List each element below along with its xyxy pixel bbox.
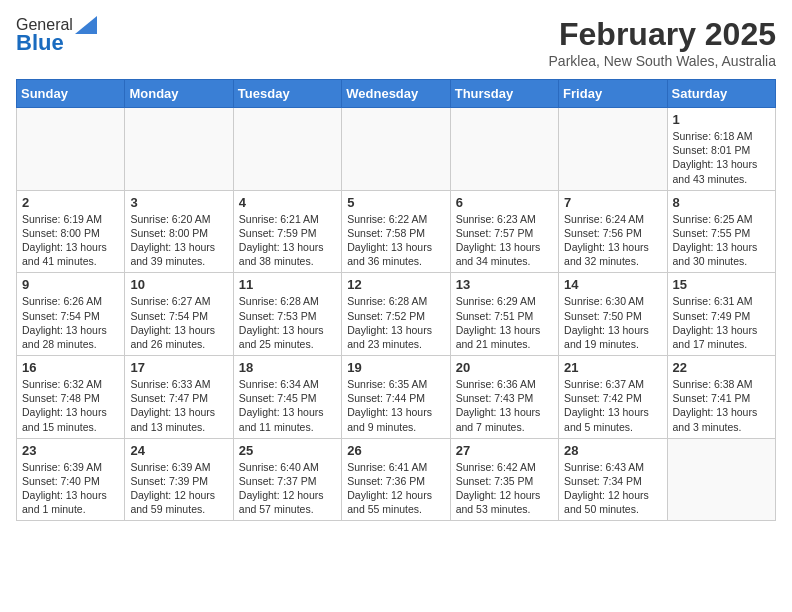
calendar-cell-week4-day6: 21Sunrise: 6:37 AM Sunset: 7:42 PM Dayli… <box>559 356 667 439</box>
day-number: 20 <box>456 360 553 375</box>
calendar-cell-week2-day7: 8Sunrise: 6:25 AM Sunset: 7:55 PM Daylig… <box>667 190 775 273</box>
calendar-cell-week3-day7: 15Sunrise: 6:31 AM Sunset: 7:49 PM Dayli… <box>667 273 775 356</box>
calendar-cell-week3-day1: 9Sunrise: 6:26 AM Sunset: 7:54 PM Daylig… <box>17 273 125 356</box>
calendar-cell-week4-day4: 19Sunrise: 6:35 AM Sunset: 7:44 PM Dayli… <box>342 356 450 439</box>
day-number: 15 <box>673 277 770 292</box>
day-info: Sunrise: 6:37 AM Sunset: 7:42 PM Dayligh… <box>564 377 661 434</box>
day-number: 1 <box>673 112 770 127</box>
day-number: 14 <box>564 277 661 292</box>
calendar-cell-week1-day6 <box>559 108 667 191</box>
calendar-cell-week2-day2: 3Sunrise: 6:20 AM Sunset: 8:00 PM Daylig… <box>125 190 233 273</box>
logo-blue-text: Blue <box>16 30 64 56</box>
day-info: Sunrise: 6:34 AM Sunset: 7:45 PM Dayligh… <box>239 377 336 434</box>
day-info: Sunrise: 6:43 AM Sunset: 7:34 PM Dayligh… <box>564 460 661 517</box>
location: Parklea, New South Wales, Australia <box>549 53 776 69</box>
day-info: Sunrise: 6:32 AM Sunset: 7:48 PM Dayligh… <box>22 377 119 434</box>
calendar-week-row-5: 23Sunrise: 6:39 AM Sunset: 7:40 PM Dayli… <box>17 438 776 521</box>
calendar-cell-week3-day2: 10Sunrise: 6:27 AM Sunset: 7:54 PM Dayli… <box>125 273 233 356</box>
day-number: 12 <box>347 277 444 292</box>
day-info: Sunrise: 6:27 AM Sunset: 7:54 PM Dayligh… <box>130 294 227 351</box>
day-number: 13 <box>456 277 553 292</box>
calendar-cell-week4-day2: 17Sunrise: 6:33 AM Sunset: 7:47 PM Dayli… <box>125 356 233 439</box>
calendar-header-tuesday: Tuesday <box>233 80 341 108</box>
day-info: Sunrise: 6:40 AM Sunset: 7:37 PM Dayligh… <box>239 460 336 517</box>
calendar-header-saturday: Saturday <box>667 80 775 108</box>
calendar-cell-week4-day1: 16Sunrise: 6:32 AM Sunset: 7:48 PM Dayli… <box>17 356 125 439</box>
calendar-cell-week2-day3: 4Sunrise: 6:21 AM Sunset: 7:59 PM Daylig… <box>233 190 341 273</box>
calendar-cell-week3-day5: 13Sunrise: 6:29 AM Sunset: 7:51 PM Dayli… <box>450 273 558 356</box>
day-info: Sunrise: 6:38 AM Sunset: 7:41 PM Dayligh… <box>673 377 770 434</box>
calendar-cell-week3-day4: 12Sunrise: 6:28 AM Sunset: 7:52 PM Dayli… <box>342 273 450 356</box>
calendar-cell-week2-day4: 5Sunrise: 6:22 AM Sunset: 7:58 PM Daylig… <box>342 190 450 273</box>
day-info: Sunrise: 6:35 AM Sunset: 7:44 PM Dayligh… <box>347 377 444 434</box>
day-number: 8 <box>673 195 770 210</box>
day-info: Sunrise: 6:42 AM Sunset: 7:35 PM Dayligh… <box>456 460 553 517</box>
calendar-cell-week5-day3: 25Sunrise: 6:40 AM Sunset: 7:37 PM Dayli… <box>233 438 341 521</box>
calendar-cell-week4-day3: 18Sunrise: 6:34 AM Sunset: 7:45 PM Dayli… <box>233 356 341 439</box>
day-info: Sunrise: 6:33 AM Sunset: 7:47 PM Dayligh… <box>130 377 227 434</box>
day-info: Sunrise: 6:28 AM Sunset: 7:52 PM Dayligh… <box>347 294 444 351</box>
day-number: 3 <box>130 195 227 210</box>
day-info: Sunrise: 6:19 AM Sunset: 8:00 PM Dayligh… <box>22 212 119 269</box>
day-number: 9 <box>22 277 119 292</box>
day-number: 25 <box>239 443 336 458</box>
calendar-cell-week5-day4: 26Sunrise: 6:41 AM Sunset: 7:36 PM Dayli… <box>342 438 450 521</box>
calendar-week-row-1: 1Sunrise: 6:18 AM Sunset: 8:01 PM Daylig… <box>17 108 776 191</box>
calendar-cell-week5-day2: 24Sunrise: 6:39 AM Sunset: 7:39 PM Dayli… <box>125 438 233 521</box>
month-year: February 2025 <box>549 16 776 53</box>
calendar-header-row: SundayMondayTuesdayWednesdayThursdayFrid… <box>17 80 776 108</box>
day-info: Sunrise: 6:39 AM Sunset: 7:39 PM Dayligh… <box>130 460 227 517</box>
calendar-cell-week3-day3: 11Sunrise: 6:28 AM Sunset: 7:53 PM Dayli… <box>233 273 341 356</box>
day-number: 18 <box>239 360 336 375</box>
day-info: Sunrise: 6:23 AM Sunset: 7:57 PM Dayligh… <box>456 212 553 269</box>
calendar-cell-week5-day5: 27Sunrise: 6:42 AM Sunset: 7:35 PM Dayli… <box>450 438 558 521</box>
day-info: Sunrise: 6:31 AM Sunset: 7:49 PM Dayligh… <box>673 294 770 351</box>
day-number: 5 <box>347 195 444 210</box>
day-number: 16 <box>22 360 119 375</box>
logo-icon <box>75 16 97 34</box>
calendar-cell-week4-day7: 22Sunrise: 6:38 AM Sunset: 7:41 PM Dayli… <box>667 356 775 439</box>
calendar-header-friday: Friday <box>559 80 667 108</box>
calendar-cell-week1-day3 <box>233 108 341 191</box>
calendar-cell-week5-day1: 23Sunrise: 6:39 AM Sunset: 7:40 PM Dayli… <box>17 438 125 521</box>
calendar-cell-week3-day6: 14Sunrise: 6:30 AM Sunset: 7:50 PM Dayli… <box>559 273 667 356</box>
day-number: 11 <box>239 277 336 292</box>
day-number: 23 <box>22 443 119 458</box>
calendar-cell-week1-day5 <box>450 108 558 191</box>
day-number: 24 <box>130 443 227 458</box>
day-number: 19 <box>347 360 444 375</box>
day-info: Sunrise: 6:29 AM Sunset: 7:51 PM Dayligh… <box>456 294 553 351</box>
day-number: 7 <box>564 195 661 210</box>
day-info: Sunrise: 6:18 AM Sunset: 8:01 PM Dayligh… <box>673 129 770 186</box>
calendar-header-monday: Monday <box>125 80 233 108</box>
svg-marker-0 <box>75 16 97 34</box>
calendar-cell-week5-day7 <box>667 438 775 521</box>
day-info: Sunrise: 6:36 AM Sunset: 7:43 PM Dayligh… <box>456 377 553 434</box>
day-info: Sunrise: 6:28 AM Sunset: 7:53 PM Dayligh… <box>239 294 336 351</box>
calendar-header-wednesday: Wednesday <box>342 80 450 108</box>
day-info: Sunrise: 6:25 AM Sunset: 7:55 PM Dayligh… <box>673 212 770 269</box>
day-number: 17 <box>130 360 227 375</box>
day-info: Sunrise: 6:21 AM Sunset: 7:59 PM Dayligh… <box>239 212 336 269</box>
day-number: 2 <box>22 195 119 210</box>
day-info: Sunrise: 6:30 AM Sunset: 7:50 PM Dayligh… <box>564 294 661 351</box>
calendar-cell-week1-day4 <box>342 108 450 191</box>
day-number: 22 <box>673 360 770 375</box>
day-number: 4 <box>239 195 336 210</box>
logo: General Blue <box>16 16 97 56</box>
calendar-week-row-2: 2Sunrise: 6:19 AM Sunset: 8:00 PM Daylig… <box>17 190 776 273</box>
calendar-header-thursday: Thursday <box>450 80 558 108</box>
calendar-cell-week2-day6: 7Sunrise: 6:24 AM Sunset: 7:56 PM Daylig… <box>559 190 667 273</box>
day-info: Sunrise: 6:22 AM Sunset: 7:58 PM Dayligh… <box>347 212 444 269</box>
day-number: 21 <box>564 360 661 375</box>
day-number: 28 <box>564 443 661 458</box>
title-block: February 2025 Parklea, New South Wales, … <box>549 16 776 69</box>
calendar-cell-week1-day2 <box>125 108 233 191</box>
day-number: 27 <box>456 443 553 458</box>
calendar-table: SundayMondayTuesdayWednesdayThursdayFrid… <box>16 79 776 521</box>
page-header: General Blue February 2025 Parklea, New … <box>16 16 776 69</box>
calendar-header-sunday: Sunday <box>17 80 125 108</box>
calendar-cell-week4-day5: 20Sunrise: 6:36 AM Sunset: 7:43 PM Dayli… <box>450 356 558 439</box>
day-info: Sunrise: 6:20 AM Sunset: 8:00 PM Dayligh… <box>130 212 227 269</box>
day-info: Sunrise: 6:41 AM Sunset: 7:36 PM Dayligh… <box>347 460 444 517</box>
